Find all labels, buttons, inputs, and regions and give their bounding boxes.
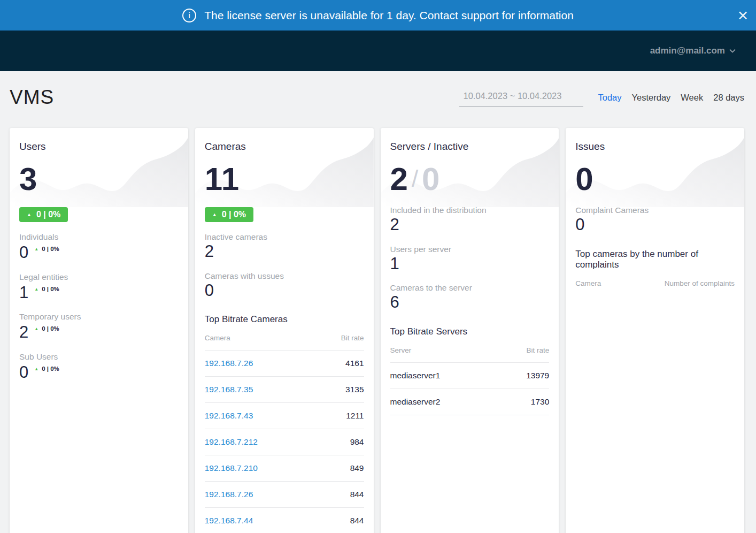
date-range-input[interactable]: 10.04.2023 ~ 10.04.2023 xyxy=(459,89,583,106)
card-title: Servers / Inactive xyxy=(390,141,550,153)
banner-message: The license server is unavailable for 1 … xyxy=(204,9,574,22)
range-tab[interactable]: Yesterday xyxy=(632,92,671,104)
metric-item: Individuals 0 ▲ 0 | 0% xyxy=(19,232,179,262)
metric-delta-text: 0 | 0% xyxy=(42,286,59,292)
servers-total: 2/0 xyxy=(390,163,550,195)
issues-card: Issues 0 Complaint Cameras 0 Top cameras… xyxy=(566,128,744,533)
cameras-trend-badge: ▲ 0 | 0% xyxy=(205,207,253,222)
metric-item: Users per server 1 xyxy=(390,245,550,273)
users-total: 3 xyxy=(19,163,179,195)
metric-item: Temporary users 2 ▲ 0 | 0% xyxy=(19,312,179,342)
servers-bitrate-table: mediaserver1 13979 mediaserver2 1730 xyxy=(390,363,550,415)
metric-label: Cameras with ussues xyxy=(205,271,364,281)
metric-trend: ▲ 0 | 0% xyxy=(34,366,59,382)
bitrate-value: 4161 xyxy=(345,359,364,368)
metric-delta-text: 0 | 0% xyxy=(42,325,59,332)
table-row: 192.168.7.44 844 xyxy=(205,508,364,533)
up-arrow-icon: ▲ xyxy=(34,326,38,331)
dashboard-page: VMS 10.04.2023 ~ 10.04.2023 Today Yester… xyxy=(0,86,756,533)
bitrate-value: 1211 xyxy=(346,411,364,421)
table-row: 192.168.7.43 1211 xyxy=(205,403,364,429)
card-title: Cameras xyxy=(205,141,364,153)
info-icon: i xyxy=(182,9,196,22)
column-header-server: Server xyxy=(390,346,412,354)
column-header-bitrate: Bit rate xyxy=(526,346,549,354)
bitrate-value: 849 xyxy=(350,463,364,473)
account-email: admin@mail.com xyxy=(650,45,725,56)
camera-link[interactable]: 192.168.7.26 xyxy=(205,359,253,368)
slash-separator: / xyxy=(408,165,422,192)
up-arrow-icon: ▲ xyxy=(34,367,38,371)
table-row: 192.168.7.210 849 xyxy=(205,455,364,482)
camera-link[interactable]: 192.168.7.44 xyxy=(205,516,253,526)
bitrate-value: 844 xyxy=(350,516,364,526)
metric-item: Legal entities 1 ▲ 0 | 0% xyxy=(19,272,179,302)
card-title: Issues xyxy=(575,141,735,153)
camera-link[interactable]: 192.168.7.35 xyxy=(205,385,253,394)
table-row: mediaserver1 13979 xyxy=(390,363,550,389)
metric-value: 1 xyxy=(19,283,28,302)
range-tab[interactable]: 28 days xyxy=(713,92,744,104)
license-banner: i The license server is unavailable for … xyxy=(0,0,756,31)
column-header-camera: Camera xyxy=(205,334,230,342)
camera-link[interactable]: 192.168.7.26 xyxy=(205,490,253,499)
servers-inactive-count: 0 xyxy=(422,161,440,197)
table-row: 192.168.7.26 844 xyxy=(205,482,364,508)
servers-active-count: 2 xyxy=(390,161,408,197)
metric-trend: ▲ 0 | 0% xyxy=(34,246,59,262)
servers-card: Servers / Inactive 2/0 Included in the d… xyxy=(381,128,559,533)
camera-link[interactable]: 192.168.7.43 xyxy=(205,411,253,421)
metric-value: 0 xyxy=(19,363,28,382)
metric-item: Inactive cameras 2 xyxy=(205,232,364,261)
issues-metric-list: Complaint Cameras 0 xyxy=(575,205,735,234)
metric-item: Sub Users 0 ▲ 0 | 0% xyxy=(19,352,179,382)
close-icon[interactable]: ✕ xyxy=(737,9,749,22)
column-header-complaints: Number of complaints xyxy=(665,279,735,287)
metric-label: Users per server xyxy=(390,245,550,254)
metric-label: Cameras to the server xyxy=(390,283,550,293)
metric-value: 2 xyxy=(390,215,550,234)
metric-value: 6 xyxy=(390,293,550,312)
metric-value: 2 xyxy=(205,242,364,261)
metric-label: Legal entities xyxy=(19,272,179,282)
camera-link[interactable]: 192.168.7.210 xyxy=(205,463,258,473)
metric-value: 1 xyxy=(390,254,550,273)
up-arrow-icon: ▲ xyxy=(34,287,38,292)
metric-trend: ▲ 0 | 0% xyxy=(34,325,59,342)
up-arrow-icon: ▲ xyxy=(27,212,32,217)
metric-label: Included in the distribution xyxy=(390,205,550,215)
server-name: mediaserver1 xyxy=(390,371,441,380)
page-title: VMS xyxy=(10,86,54,109)
metric-value: 2 xyxy=(19,323,28,342)
bitrate-value: 3135 xyxy=(345,385,364,394)
account-menu[interactable]: admin@mail.com xyxy=(650,45,736,56)
metric-item: Included in the distribution 2 xyxy=(390,205,550,234)
metric-trend: ▲ 0 | 0% xyxy=(34,286,59,302)
range-tabs: Today Yesterday Week 28 days xyxy=(598,92,745,104)
users-trend-badge: ▲ 0 | 0% xyxy=(19,207,68,222)
badge-text: 0 | 0% xyxy=(36,210,60,219)
column-header-bitrate: Bit rate xyxy=(341,334,364,342)
metric-label: Sub Users xyxy=(19,352,179,362)
metric-value: 0 xyxy=(19,243,28,262)
camera-link[interactable]: 192.168.7.212 xyxy=(205,437,258,447)
cards-grid: Users 3 ▲ 0 | 0% Individuals 0 ▲ 0 | 0% … xyxy=(10,128,744,533)
range-tab[interactable]: Week xyxy=(681,92,703,104)
table-row: mediaserver2 1730 xyxy=(390,389,550,415)
users-card: Users 3 ▲ 0 | 0% Individuals 0 ▲ 0 | 0% … xyxy=(10,128,188,533)
metric-item: Cameras to the server 6 xyxy=(390,283,550,312)
metric-item: Cameras with ussues 0 xyxy=(205,271,364,300)
bitrate-value: 844 xyxy=(350,490,364,499)
cameras-total: 11 xyxy=(205,163,364,195)
metric-value: 0 xyxy=(205,281,364,300)
metric-delta-text: 0 | 0% xyxy=(42,246,59,252)
chevron-down-icon xyxy=(729,49,736,53)
cameras-card: Cameras 11 ▲ 0 | 0% Inactive cameras 2 C… xyxy=(195,128,374,533)
servers-metric-list: Included in the distribution 2 Users per… xyxy=(390,205,550,312)
table-row: 192.168.7.212 984 xyxy=(205,429,364,455)
top-complaint-cameras-title: Top cameras by the number of complaints xyxy=(575,249,735,270)
range-tab[interactable]: Today xyxy=(598,92,622,104)
metric-item: Complaint Cameras 0 xyxy=(575,205,735,234)
issues-total: 0 xyxy=(575,163,735,195)
bitrate-value: 13979 xyxy=(526,371,549,380)
